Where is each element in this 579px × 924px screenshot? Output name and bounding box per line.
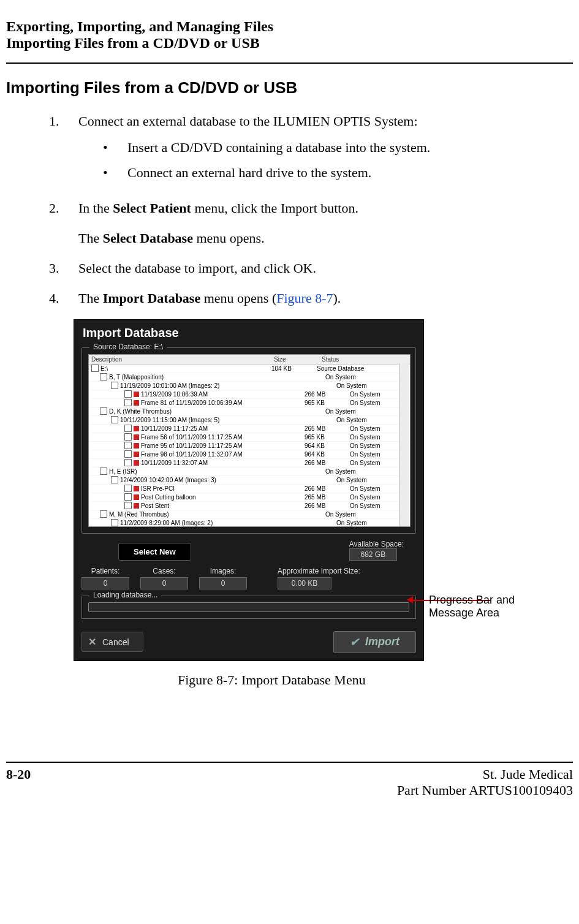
row-description: Frame 98 of 10/11/2009 11:32:07 AM: [141, 451, 243, 458]
source-database-legend: Source Database: E:\: [89, 343, 167, 351]
table-row[interactable]: H, E (ISR)On System: [89, 468, 410, 476]
text: Select Patient: [113, 200, 191, 216]
row-description: M, M (Red Thrombus): [109, 511, 169, 518]
row-size: 104 KB: [270, 365, 316, 372]
table-row[interactable]: Frame 81 of 11/19/2009 10:06:39 AM965 KB…: [89, 399, 410, 407]
checkbox[interactable]: [124, 459, 132, 466]
available-space-value: 682 GB: [349, 548, 397, 561]
row-size: 965 KB: [303, 434, 349, 441]
table-row[interactable]: D, K (White Thrombus)On System: [89, 407, 410, 416]
row-size: 266 MB: [303, 485, 349, 492]
col-description: Description: [89, 355, 271, 364]
checkbox[interactable]: [124, 425, 132, 432]
checkbox[interactable]: [100, 373, 107, 381]
row-description: 11/2/2009 8:29:00 AM (Images: 2): [120, 520, 213, 526]
section-title: Importing Files from a CD/DVD or USB: [6, 35, 573, 51]
table-row[interactable]: B, T (Malapposition)On System: [89, 373, 410, 382]
checkbox[interactable]: [111, 382, 118, 389]
row-size: 266 MB: [303, 502, 349, 509]
images-label: Images:: [199, 567, 247, 575]
table-row[interactable]: Frame 56 of 10/11/2009 11:17:25 AM965 KB…: [89, 433, 410, 442]
step-3-body: Select the database to import, and click…: [78, 259, 573, 278]
loading-legend: Loading database...: [89, 591, 161, 599]
row-description: ISR Pre-PCI: [141, 485, 175, 492]
header-rule: [6, 62, 573, 64]
checkbox[interactable]: [124, 450, 132, 458]
table-row[interactable]: M, M (Red Thrombus)On System: [89, 510, 410, 519]
row-status: On System: [324, 374, 410, 381]
checkbox[interactable]: [124, 399, 132, 406]
step-number: 3.: [49, 259, 78, 278]
import-button[interactable]: ✔ Import: [333, 631, 416, 653]
row-description: Frame 81 of 11/19/2009 10:06:39 AM: [141, 400, 243, 406]
cases-label: Cases:: [140, 567, 188, 575]
row-description: 10/11/2009 11:15:00 AM (Images: 5): [120, 417, 219, 423]
row-description: Post Cutting balloon: [141, 494, 196, 501]
row-size: 265 MB: [303, 494, 349, 501]
available-space-label: Available Space:: [349, 540, 404, 548]
file-icon: [134, 460, 139, 466]
cases-value: 0: [140, 577, 188, 589]
table-row[interactable]: 10/11/2009 11:15:00 AM (Images: 5)On Sys…: [89, 416, 410, 425]
table-row[interactable]: 12/4/2009 10:42:00 AM (Images: 3)On Syst…: [89, 476, 410, 485]
footer-company: St. Jude Medical: [397, 767, 573, 782]
row-description: Frame 56 of 10/11/2009 11:17:25 AM: [141, 434, 243, 441]
row-size: 964 KB: [303, 451, 349, 458]
text: menu, click the Import button.: [191, 200, 358, 216]
table-row[interactable]: ISR Pre-PCI266 MBOn System: [89, 485, 410, 493]
footer-partnumber: Part Number ARTUS100109403: [397, 782, 573, 798]
table-row[interactable]: 11/19/2009 10:01:00 AM (Images: 2)On Sys…: [89, 382, 410, 390]
text: Progress Bar and: [429, 594, 515, 606]
row-size: 266 MB: [303, 391, 349, 398]
checkbox[interactable]: [111, 519, 118, 526]
table-row[interactable]: Frame 95 of 10/11/2009 11:17:25 AM964 KB…: [89, 442, 410, 450]
checkbox[interactable]: [124, 442, 132, 449]
text: Select Database: [103, 230, 193, 246]
table-row[interactable]: 11/19/2009 10:06:39 AM266 MBOn System: [89, 390, 410, 399]
select-new-button[interactable]: Select New: [118, 543, 191, 561]
cancel-button[interactable]: ✕ Cancel: [81, 632, 143, 652]
file-icon: [134, 392, 139, 397]
text: O: [330, 113, 343, 129]
checkbox[interactable]: [91, 365, 99, 372]
checkbox[interactable]: [124, 433, 132, 441]
col-size: Size: [271, 355, 319, 364]
figure-link[interactable]: Figure 8-7: [276, 290, 333, 306]
row-description: D, K (White Thrombus): [109, 408, 172, 415]
text: In the: [78, 200, 113, 216]
table-row[interactable]: Frame 98 of 10/11/2009 11:32:07 AM964 KB…: [89, 450, 410, 459]
row-description: 10/11/2009 11:32:07 AM: [141, 460, 208, 466]
checkbox[interactable]: [124, 485, 132, 492]
checkbox[interactable]: [111, 476, 118, 483]
table-row[interactable]: 10/11/2009 11:17:25 AM265 MBOn System: [89, 425, 410, 433]
file-icon: [134, 503, 139, 509]
table-row[interactable]: 11/2/2009 8:29:00 AM (Images: 2)On Syste…: [89, 519, 410, 527]
callout-text: Progress Bar and Message Area: [429, 594, 551, 619]
step-4-body: The Import Database menu opens (Figure 8…: [78, 289, 573, 308]
figure-caption: Figure 8-7: Import Database Menu: [178, 672, 551, 688]
chapter-title: Exporting, Importing, and Managing Files: [6, 18, 573, 35]
row-description: 12/4/2009 10:42:00 AM (Images: 3): [120, 477, 216, 483]
checkbox[interactable]: [100, 468, 107, 475]
checkbox[interactable]: [100, 510, 107, 518]
table-row[interactable]: Post Cutting balloon265 MBOn System: [89, 493, 410, 502]
text: LUMIEN: [278, 113, 330, 129]
checkbox[interactable]: [124, 390, 132, 398]
table-row[interactable]: E:\104 KBSource Database: [89, 365, 410, 373]
checkbox[interactable]: [124, 502, 132, 509]
row-description: H, E (ISR): [109, 468, 137, 475]
approx-size-value: 0.00 KB: [278, 577, 331, 589]
scrollbar[interactable]: [399, 363, 409, 526]
checkbox[interactable]: [100, 407, 107, 415]
table-row[interactable]: Post Stent266 MBOn System: [89, 502, 410, 510]
database-tree[interactable]: Description Size Status E:\104 KBSource …: [88, 354, 411, 527]
text: Message Area: [429, 607, 499, 619]
text: Connect an external database to the I: [78, 113, 278, 129]
row-status: Source Database: [316, 365, 410, 372]
page-heading: Importing Files from a CD/DVD or USB: [6, 78, 573, 97]
row-status: On System: [324, 408, 410, 415]
table-row[interactable]: 10/11/2009 11:32:07 AM266 MBOn System: [89, 459, 410, 468]
checkbox[interactable]: [111, 416, 118, 423]
checkbox[interactable]: [124, 493, 132, 501]
images-value: 0: [199, 577, 247, 589]
